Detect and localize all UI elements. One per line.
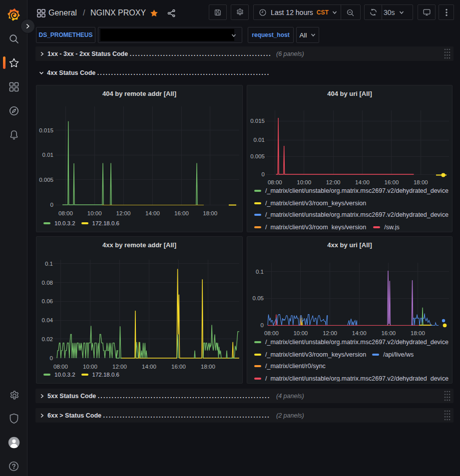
svg-text:18:00: 18:00 (411, 330, 425, 336)
svg-text:0.1: 0.1 (45, 261, 53, 267)
svg-text:0.01: 0.01 (42, 152, 53, 158)
svg-text:10:00: 10:00 (83, 364, 97, 370)
svg-text:0.01: 0.01 (254, 137, 265, 143)
svg-text:10:00: 10:00 (293, 330, 308, 336)
svg-text:10:00: 10:00 (87, 210, 102, 216)
svg-text:0: 0 (262, 171, 265, 177)
svg-text:0.015: 0.015 (39, 127, 53, 133)
svg-text:08:00: 08:00 (264, 330, 279, 336)
svg-text:0.005: 0.005 (250, 153, 265, 159)
svg-text:0.015: 0.015 (250, 118, 265, 124)
svg-text:0.1: 0.1 (256, 269, 264, 275)
svg-text:0: 0 (50, 355, 53, 361)
svg-text:16:00: 16:00 (381, 330, 396, 336)
svg-text:16:00: 16:00 (171, 364, 186, 370)
svg-text:12:00: 12:00 (116, 210, 131, 216)
svg-text:12:00: 12:00 (112, 364, 127, 370)
svg-text:08:00: 08:00 (268, 179, 282, 185)
svg-text:0.04: 0.04 (42, 317, 53, 323)
svg-text:14:00: 14:00 (145, 210, 160, 216)
svg-text:18:00: 18:00 (203, 210, 217, 216)
svg-text:0.02: 0.02 (42, 336, 53, 342)
svg-text:08:00: 08:00 (58, 210, 73, 216)
svg-text:10:00: 10:00 (297, 179, 311, 185)
svg-text:08:00: 08:00 (53, 364, 68, 370)
svg-text:0.05: 0.05 (253, 295, 264, 301)
svg-text:18:00: 18:00 (201, 364, 215, 370)
svg-text:0: 0 (50, 202, 53, 208)
svg-text:16:00: 16:00 (174, 210, 189, 216)
svg-text:14:00: 14:00 (142, 364, 156, 370)
svg-text:16:00: 16:00 (385, 179, 399, 185)
svg-text:0.005: 0.005 (39, 177, 53, 183)
svg-text:12:00: 12:00 (326, 179, 341, 185)
svg-text:0: 0 (261, 322, 264, 328)
svg-text:0.06: 0.06 (42, 298, 53, 304)
svg-text:18:00: 18:00 (414, 179, 428, 185)
svg-text:0.08: 0.08 (42, 280, 53, 286)
svg-text:14:00: 14:00 (355, 179, 370, 185)
svg-text:12:00: 12:00 (323, 330, 337, 336)
svg-text:14:00: 14:00 (352, 330, 367, 336)
